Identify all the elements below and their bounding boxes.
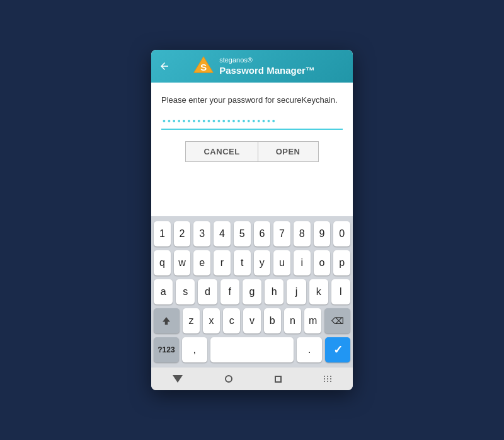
back-button[interactable] <box>159 61 170 72</box>
key-9[interactable]: 9 <box>314 221 331 246</box>
nav-bar <box>151 368 353 390</box>
key-p[interactable]: p <box>333 250 350 275</box>
nav-home-icon[interactable] <box>225 375 232 383</box>
key-t[interactable]: t <box>234 250 251 275</box>
brand-name: steganos® <box>219 56 315 64</box>
key-o[interactable]: o <box>314 250 331 275</box>
keyboard: 1 2 3 4 5 6 7 8 9 0 q w e r t y u i o p … <box>151 216 353 368</box>
backspace-key[interactable]: ⌫ <box>324 308 350 333</box>
key-q[interactable]: q <box>154 250 171 275</box>
key-2[interactable]: 2 <box>174 221 191 246</box>
key-b[interactable]: b <box>264 308 281 333</box>
nav-back-icon[interactable] <box>173 375 183 383</box>
key-i[interactable]: i <box>294 250 311 275</box>
bottom-row: ?123 , . ✓ <box>154 337 350 362</box>
dialog-spacer <box>151 172 353 216</box>
key-x[interactable]: x <box>203 308 220 333</box>
key-8[interactable]: 8 <box>294 221 311 246</box>
comma-key[interactable]: , <box>182 337 207 362</box>
key-r[interactable]: r <box>214 250 231 275</box>
logo-area: S steganos® Password Manager™ <box>175 55 345 77</box>
key-6[interactable]: 6 <box>254 221 271 246</box>
key-5[interactable]: 5 <box>234 221 251 246</box>
dialog-buttons: CANCEL OPEN <box>161 141 343 162</box>
steganos-logo-icon: S <box>193 55 214 77</box>
key-z[interactable]: z <box>183 308 200 333</box>
key-1[interactable]: 1 <box>154 221 171 246</box>
key-row-2: a s d f g h j k l <box>154 279 350 304</box>
dialog-message: Please enter your password for secureKey… <box>161 95 343 105</box>
key-4[interactable]: 4 <box>214 221 231 246</box>
key-row-1: q w e r t y u i o p <box>154 250 350 275</box>
key-3[interactable]: 3 <box>193 221 210 246</box>
cancel-button[interactable]: CANCEL <box>185 141 258 162</box>
nav-menu-icon[interactable] <box>324 376 332 382</box>
phone-container: S steganos® Password Manager™ Please ent… <box>151 50 353 390</box>
key-s[interactable]: s <box>176 279 195 304</box>
key-n[interactable]: n <box>284 308 301 333</box>
key-j[interactable]: j <box>287 279 306 304</box>
key-m[interactable]: m <box>304 308 321 333</box>
key-c[interactable]: c <box>223 308 240 333</box>
app-header: S steganos® Password Manager™ <box>151 50 353 83</box>
key-k[interactable]: k <box>309 279 328 304</box>
open-button[interactable]: OPEN <box>258 141 319 162</box>
key-y[interactable]: y <box>254 250 271 275</box>
key-h[interactable]: h <box>265 279 284 304</box>
key-e[interactable]: e <box>193 250 210 275</box>
key-g[interactable]: g <box>243 279 261 304</box>
product-name: Password Manager™ <box>219 65 315 76</box>
key-d[interactable]: d <box>198 279 217 304</box>
key-a[interactable]: a <box>154 279 173 304</box>
key-f[interactable]: f <box>220 279 239 304</box>
key-0[interactable]: 0 <box>333 221 350 246</box>
number-row: 1 2 3 4 5 6 7 8 9 0 <box>154 221 350 246</box>
dialog-area: Please enter your password for secureKey… <box>151 83 353 172</box>
symbols-key[interactable]: ?123 <box>154 337 179 362</box>
password-input[interactable] <box>161 113 343 130</box>
key-u[interactable]: u <box>273 250 290 275</box>
logo-text: steganos® Password Manager™ <box>219 56 315 76</box>
checkmark-key[interactable]: ✓ <box>325 337 350 362</box>
period-key[interactable]: . <box>297 337 322 362</box>
key-v[interactable]: v <box>243 308 260 333</box>
shift-key[interactable] <box>154 308 180 333</box>
svg-text:S: S <box>200 62 207 72</box>
spacebar-key[interactable] <box>210 337 294 362</box>
key-l[interactable]: l <box>331 279 350 304</box>
nav-recents-icon[interactable] <box>275 376 282 383</box>
key-row-3: z x c v b n m ⌫ <box>154 308 350 333</box>
key-7[interactable]: 7 <box>273 221 290 246</box>
key-w[interactable]: w <box>174 250 191 275</box>
